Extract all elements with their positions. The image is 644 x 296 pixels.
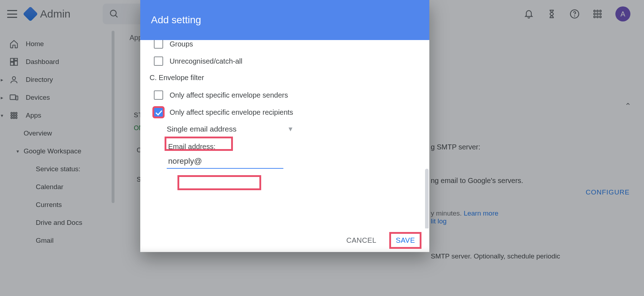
option-label: Only affect specific envelope senders xyxy=(170,91,288,99)
save-button[interactable]: SAVE xyxy=(391,233,420,247)
select-value: Single email address xyxy=(167,125,236,133)
recipient-subsection: Single email address ▼ Email address: xyxy=(167,125,420,169)
chevron-down-icon: ▼ xyxy=(287,125,294,133)
option-envelope-senders[interactable]: Only affect specific envelope senders xyxy=(154,90,420,100)
add-setting-dialog: Add setting Groups Unrecognised/catch-al… xyxy=(140,0,429,252)
option-label: Groups xyxy=(170,40,193,48)
cancel-button[interactable]: CANCEL xyxy=(343,234,380,247)
checkbox-checked-icon[interactable] xyxy=(154,108,163,117)
dialog-title: Add setting xyxy=(151,14,201,26)
checkbox-unchecked-icon[interactable] xyxy=(154,40,163,49)
checkbox-unchecked-icon[interactable] xyxy=(154,90,163,100)
dialog-body: Groups Unrecognised/catch-all C. Envelop… xyxy=(140,40,429,228)
option-label: Only affect specific envelope recipients xyxy=(170,108,293,117)
option-catch-all[interactable]: Unrecognised/catch-all xyxy=(154,56,420,66)
recipient-type-select[interactable]: Single email address ▼ xyxy=(167,125,420,133)
option-label: Unrecognised/catch-all xyxy=(170,57,242,65)
email-address-input[interactable] xyxy=(167,155,283,169)
option-envelope-recipients[interactable]: Only affect specific envelope recipients xyxy=(154,108,420,117)
highlight-email-input xyxy=(177,175,261,190)
checkbox-unchecked-icon[interactable] xyxy=(154,56,163,66)
dialog-scrollbar[interactable] xyxy=(425,169,429,228)
section-envelope-filter: C. Envelope filter xyxy=(150,74,420,82)
dialog-footer: CANCEL SAVE xyxy=(140,228,429,252)
email-address-label: Email address: xyxy=(168,143,420,151)
option-groups[interactable]: Groups xyxy=(154,40,420,49)
dialog-header: Add setting xyxy=(140,0,429,40)
